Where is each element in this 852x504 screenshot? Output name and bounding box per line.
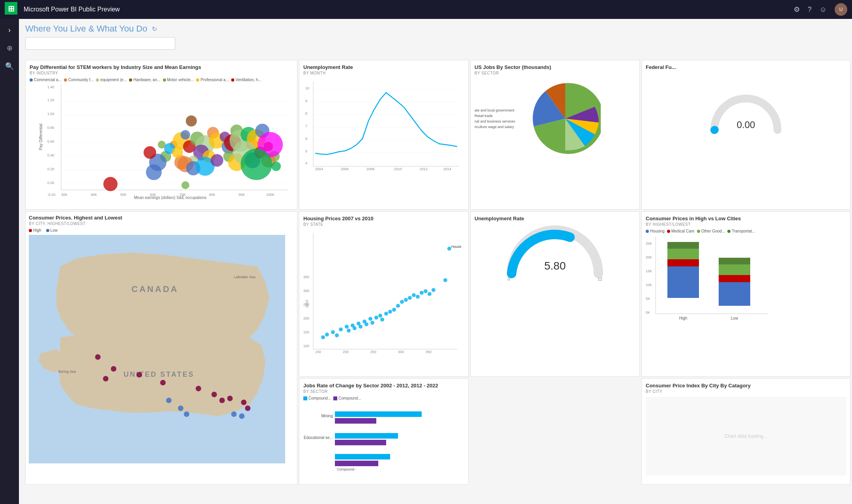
refresh-icon[interactable]: ↻	[152, 25, 157, 33]
cpi-subtitle: BY CITY	[646, 389, 846, 394]
svg-text:⊞: ⊞	[8, 4, 15, 13]
jobs-legend-2: Compound...	[338, 396, 361, 400]
svg-rect-193	[719, 264, 750, 275]
svg-point-117	[239, 413, 245, 419]
svg-point-133	[321, 335, 325, 339]
svg-point-34	[181, 130, 190, 139]
unemployment-subtitle: BY MONTH	[303, 71, 464, 75]
legend-commercial: Commercial a...	[34, 78, 62, 82]
svg-point-139	[347, 329, 351, 333]
svg-text:100: 100	[303, 344, 309, 348]
svg-text:Housing: Housing	[451, 245, 461, 249]
app-title: Microsoft Power BI Public Preview	[24, 6, 787, 13]
gauge-container: 0 12 5.80	[475, 222, 635, 281]
svg-point-105	[136, 372, 142, 378]
avatar[interactable]: U	[835, 3, 847, 16]
y-axis-label: Pay Differential	[39, 124, 43, 151]
scatter-legend: Commercial a... Community f... equipment…	[30, 78, 293, 82]
svg-text:2008: 2008	[366, 167, 374, 171]
map-card[interactable]: Consumer Prices. Highest and Lowest BY C…	[25, 211, 297, 485]
dashboard-grid: Pay Differential for STEM workers by Ind…	[19, 58, 852, 504]
jobs-legend-1: Compound...	[308, 396, 331, 400]
svg-text:2006: 2006	[341, 167, 349, 171]
legend-equipment: equipment (e...	[100, 78, 127, 82]
svg-point-116	[231, 411, 237, 417]
pie-svg	[530, 79, 601, 158]
dashboard-header: Where You Live & What You Do ↻	[19, 19, 852, 37]
svg-text:350: 350	[303, 275, 309, 279]
svg-text:50K: 50K	[120, 193, 127, 197]
consumer-legend-housing: Housing	[650, 229, 665, 233]
svg-point-115	[184, 411, 189, 417]
scatter-svg: -0.20 0.00 0.20 0.40 0.60 0.80 1.00 1.20…	[47, 84, 292, 198]
federal-card[interactable]: Federal Fu... 0.00	[641, 60, 850, 210]
svg-point-138	[345, 325, 349, 329]
cpi-card[interactable]: Consumer Price Index By City By Catagory…	[641, 378, 850, 485]
svg-text:0.80: 0.80	[47, 126, 54, 130]
svg-text:Labrador Sea: Labrador Sea	[234, 275, 256, 279]
gauge-svg: 0 12 5.80	[500, 218, 610, 285]
svg-text:0.00: 0.00	[737, 119, 755, 130]
settings-icon[interactable]: ⚙	[794, 5, 800, 14]
legend-professional: Professional a...	[200, 78, 229, 82]
help-icon[interactable]: ?	[808, 6, 812, 14]
svg-point-72	[186, 115, 197, 126]
sector-legend-3: nal and business services	[475, 119, 526, 123]
svg-point-141	[353, 326, 357, 330]
svg-text:5: 5	[305, 149, 307, 153]
svg-point-145	[364, 322, 368, 326]
svg-point-135	[331, 330, 335, 334]
svg-text:Low: Low	[731, 316, 738, 320]
scatter-chart-card[interactable]: Pay Differential for STEM workers by Ind…	[25, 60, 297, 210]
svg-point-153	[392, 308, 396, 312]
svg-text:2004: 2004	[315, 167, 323, 171]
svg-point-69	[271, 162, 281, 171]
unemployment-gauge-card[interactable]: Unemployment Rate 0 12 5.80	[470, 211, 640, 377]
svg-text:20K: 20K	[646, 255, 652, 259]
svg-text:UNITED STATES: UNITED STATES	[123, 370, 194, 378]
svg-rect-189	[667, 249, 699, 259]
housing-chart-card[interactable]: Housing Prices 2007 vs 2010 BY STATE 100…	[299, 211, 469, 377]
sidebar-expand-icon[interactable]: ›	[4, 22, 15, 38]
svg-point-73	[181, 181, 189, 189]
svg-text:150: 150	[303, 330, 309, 334]
jobs-sector-card[interactable]: US Jobs By Sector (thousands) BY SECTOR …	[470, 60, 640, 210]
svg-text:150: 150	[315, 350, 321, 354]
consumer-prices-card[interactable]: Consumer Prices in High vs Low Cities BY…	[641, 211, 850, 377]
sector-legend-1: ate and local government	[475, 108, 526, 112]
svg-point-149	[378, 314, 382, 318]
map-svg: CANADA Bering Sea Labrador Sea UNITED ST…	[29, 235, 285, 463]
svg-rect-194	[719, 258, 750, 264]
svg-point-56	[144, 146, 156, 159]
svg-text:0.00: 0.00	[47, 181, 54, 185]
svg-point-102	[95, 354, 101, 360]
search-input[interactable]	[25, 37, 175, 50]
svg-text:8: 8	[305, 112, 307, 115]
sidebar-pin-icon[interactable]: ⊕	[3, 40, 17, 56]
svg-text:200: 200	[343, 350, 349, 354]
svg-point-103	[111, 366, 116, 372]
svg-text:0.60: 0.60	[47, 139, 54, 143]
svg-rect-169	[335, 418, 376, 424]
legend-hardware: Hardware, an...	[133, 78, 160, 82]
sidebar-search-icon[interactable]: 🔍	[1, 58, 18, 74]
federal-svg: 0.00	[706, 79, 785, 142]
topbar-actions: ⚙ ? ☺ U	[794, 3, 847, 16]
svg-text:5K: 5K	[646, 297, 650, 301]
svg-text:12: 12	[598, 277, 602, 281]
svg-text:10: 10	[305, 86, 309, 90]
profile-icon[interactable]: ☺	[820, 6, 827, 14]
app-logo: ⊞	[5, 2, 17, 17]
svg-point-160	[420, 291, 424, 295]
legend-ventilation: Ventilation, h...	[235, 78, 262, 82]
svg-point-112	[245, 405, 250, 411]
svg-point-106	[160, 380, 166, 385]
unemployment-chart-card[interactable]: Unemployment Rate BY MONTH 4 5 6 7 8 9 1…	[299, 60, 469, 210]
svg-point-62	[211, 154, 223, 167]
svg-text:30K: 30K	[61, 193, 67, 197]
svg-point-107	[196, 386, 201, 391]
jobs-rate-title: Jobs Rate of Change by Sector 2002 - 201…	[303, 383, 464, 389]
jobs-rate-card[interactable]: Jobs Rate of Change by Sector 2002 - 201…	[299, 378, 469, 485]
legend-motor: Motor vehicle...	[167, 78, 194, 82]
svg-point-108	[211, 392, 217, 397]
